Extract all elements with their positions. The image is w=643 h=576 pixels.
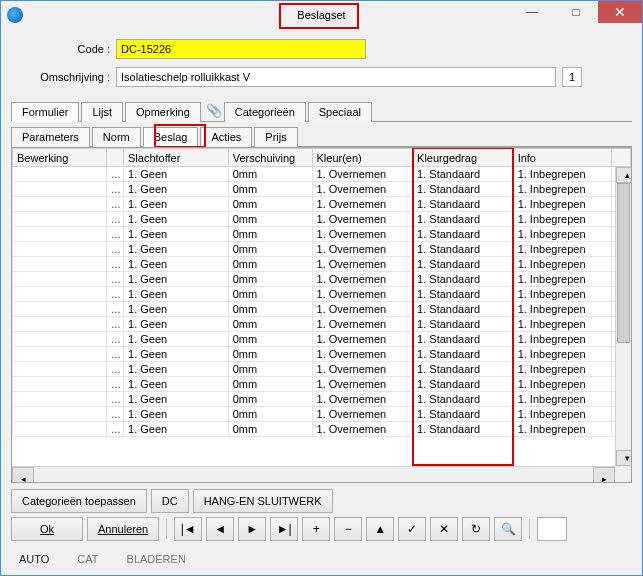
remove-button[interactable]: − bbox=[334, 517, 362, 541]
cell-info[interactable]: 1. Inbegrepen bbox=[513, 422, 611, 437]
cell-kleuren[interactable]: 1. Overnemen bbox=[312, 317, 413, 332]
col-kleurgedrag[interactable]: Kleurgedrag bbox=[413, 149, 514, 167]
cell-info[interactable]: 1. Inbegrepen bbox=[513, 287, 611, 302]
col-kleuren[interactable]: Kleur(en) bbox=[312, 149, 413, 167]
cell-slachtoffer[interactable]: 1. Geen bbox=[124, 212, 229, 227]
cell-kleurgedrag[interactable]: 1. Standaard bbox=[413, 212, 514, 227]
cell-slachtoffer[interactable]: 1. Geen bbox=[124, 362, 229, 377]
col-verschuiving[interactable]: Verschuiving bbox=[228, 149, 312, 167]
apply-categories-button[interactable]: Categorieën toepassen bbox=[11, 489, 147, 513]
scroll-up-button[interactable]: ▴ bbox=[616, 167, 632, 183]
cell-bewerking[interactable] bbox=[13, 407, 107, 422]
col-bewerking[interactable]: Bewerking bbox=[13, 149, 107, 167]
scroll-right-button[interactable]: ▸ bbox=[593, 467, 615, 483]
cell-bewerking[interactable] bbox=[13, 242, 107, 257]
cell-kleurgedrag[interactable]: 1. Standaard bbox=[413, 182, 514, 197]
table-row[interactable]: ...1. Geen0mm1. Overnemen1. Standaard1. … bbox=[13, 347, 631, 362]
cell-info[interactable]: 1. Inbegrepen bbox=[513, 392, 611, 407]
cell-ellipsis[interactable]: ... bbox=[107, 287, 124, 302]
cell-bewerking[interactable] bbox=[13, 167, 107, 182]
horizontal-scrollbar[interactable]: ◂ ▸ bbox=[12, 466, 615, 482]
maximize-button[interactable]: □ bbox=[554, 1, 598, 23]
tab-formulier[interactable]: Formulier bbox=[11, 102, 79, 122]
cell-ellipsis[interactable]: ... bbox=[107, 167, 124, 182]
cell-bewerking[interactable] bbox=[13, 422, 107, 437]
cell-bewerking[interactable] bbox=[13, 287, 107, 302]
col-slachtoffer[interactable]: Slachtoffer bbox=[124, 149, 229, 167]
cell-info[interactable]: 1. Inbegrepen bbox=[513, 317, 611, 332]
cell-kleurgedrag[interactable]: 1. Standaard bbox=[413, 407, 514, 422]
subtab-beslag[interactable]: Beslag bbox=[143, 127, 199, 147]
tab-opmerking[interactable]: Opmerking bbox=[125, 102, 201, 122]
cell-kleuren[interactable]: 1. Overnemen bbox=[312, 227, 413, 242]
table-row[interactable]: ...1. Geen0mm1. Overnemen1. Standaard1. … bbox=[13, 242, 631, 257]
cell-bewerking[interactable] bbox=[13, 317, 107, 332]
cell-slachtoffer[interactable]: 1. Geen bbox=[124, 392, 229, 407]
cell-bewerking[interactable] bbox=[13, 212, 107, 227]
search-button[interactable]: 🔍 bbox=[494, 517, 522, 541]
hang-button[interactable]: HANG-EN SLUITWERK bbox=[193, 489, 333, 513]
cell-verschuiving[interactable]: 0mm bbox=[228, 272, 312, 287]
cell-slachtoffer[interactable]: 1. Geen bbox=[124, 377, 229, 392]
cell-bewerking[interactable] bbox=[13, 332, 107, 347]
cell-kleuren[interactable]: 1. Overnemen bbox=[312, 182, 413, 197]
blank-button[interactable] bbox=[537, 517, 567, 541]
code-input[interactable]: DC-15226 bbox=[116, 39, 366, 59]
cell-ellipsis[interactable]: ... bbox=[107, 257, 124, 272]
table-row[interactable]: ...1. Geen0mm1. Overnemen1. Standaard1. … bbox=[13, 212, 631, 227]
cell-kleurgedrag[interactable]: 1. Standaard bbox=[413, 197, 514, 212]
cell-info[interactable]: 1. Inbegrepen bbox=[513, 242, 611, 257]
table-row[interactable]: ...1. Geen0mm1. Overnemen1. Standaard1. … bbox=[13, 272, 631, 287]
cell-kleurgedrag[interactable]: 1. Standaard bbox=[413, 362, 514, 377]
nav-prev-button[interactable]: ◄ bbox=[206, 517, 234, 541]
cell-kleuren[interactable]: 1. Overnemen bbox=[312, 212, 413, 227]
cell-kleuren[interactable]: 1. Overnemen bbox=[312, 422, 413, 437]
cell-info[interactable]: 1. Inbegrepen bbox=[513, 227, 611, 242]
cell-verschuiving[interactable]: 0mm bbox=[228, 332, 312, 347]
cell-kleuren[interactable]: 1. Overnemen bbox=[312, 377, 413, 392]
dc-button[interactable]: DC bbox=[151, 489, 189, 513]
cell-ellipsis[interactable]: ... bbox=[107, 377, 124, 392]
scroll-left-button[interactable]: ◂ bbox=[12, 467, 34, 483]
cell-ellipsis[interactable]: ... bbox=[107, 362, 124, 377]
cell-info[interactable]: 1. Inbegrepen bbox=[513, 347, 611, 362]
tab-lijst[interactable]: Lijst bbox=[81, 102, 123, 122]
cell-verschuiving[interactable]: 0mm bbox=[228, 377, 312, 392]
nav-first-button[interactable]: |◄ bbox=[174, 517, 202, 541]
cell-verschuiving[interactable]: 0mm bbox=[228, 227, 312, 242]
cell-kleuren[interactable]: 1. Overnemen bbox=[312, 257, 413, 272]
cell-ellipsis[interactable]: ... bbox=[107, 227, 124, 242]
cell-verschuiving[interactable]: 0mm bbox=[228, 302, 312, 317]
cell-kleuren[interactable]: 1. Overnemen bbox=[312, 197, 413, 212]
cell-ellipsis[interactable]: ... bbox=[107, 272, 124, 287]
cell-bewerking[interactable] bbox=[13, 227, 107, 242]
cell-verschuiving[interactable]: 0mm bbox=[228, 422, 312, 437]
cell-slachtoffer[interactable]: 1. Geen bbox=[124, 227, 229, 242]
add-button[interactable]: + bbox=[302, 517, 330, 541]
cell-kleurgedrag[interactable]: 1. Standaard bbox=[413, 392, 514, 407]
cell-kleurgedrag[interactable]: 1. Standaard bbox=[413, 332, 514, 347]
cell-kleuren[interactable]: 1. Overnemen bbox=[312, 392, 413, 407]
cell-kleurgedrag[interactable]: 1. Standaard bbox=[413, 347, 514, 362]
cell-kleurgedrag[interactable]: 1. Standaard bbox=[413, 422, 514, 437]
cell-bewerking[interactable] bbox=[13, 392, 107, 407]
cell-kleuren[interactable]: 1. Overnemen bbox=[312, 242, 413, 257]
subtab-norm[interactable]: Norm bbox=[92, 127, 141, 147]
cell-kleurgedrag[interactable]: 1. Standaard bbox=[413, 167, 514, 182]
subtab-acties[interactable]: Acties bbox=[200, 127, 252, 147]
cell-info[interactable]: 1. Inbegrepen bbox=[513, 257, 611, 272]
cell-info[interactable]: 1. Inbegrepen bbox=[513, 377, 611, 392]
cell-bewerking[interactable] bbox=[13, 182, 107, 197]
table-row[interactable]: ...1. Geen0mm1. Overnemen1. Standaard1. … bbox=[13, 302, 631, 317]
cell-kleurgedrag[interactable]: 1. Standaard bbox=[413, 257, 514, 272]
up-button[interactable]: ▲ bbox=[366, 517, 394, 541]
cell-slachtoffer[interactable]: 1. Geen bbox=[124, 332, 229, 347]
cell-ellipsis[interactable]: ... bbox=[107, 332, 124, 347]
cell-kleurgedrag[interactable]: 1. Standaard bbox=[413, 377, 514, 392]
cell-kleuren[interactable]: 1. Overnemen bbox=[312, 167, 413, 182]
cell-info[interactable]: 1. Inbegrepen bbox=[513, 167, 611, 182]
cell-bewerking[interactable] bbox=[13, 347, 107, 362]
cell-verschuiving[interactable]: 0mm bbox=[228, 197, 312, 212]
cell-bewerking[interactable] bbox=[13, 197, 107, 212]
cell-verschuiving[interactable]: 0mm bbox=[228, 287, 312, 302]
